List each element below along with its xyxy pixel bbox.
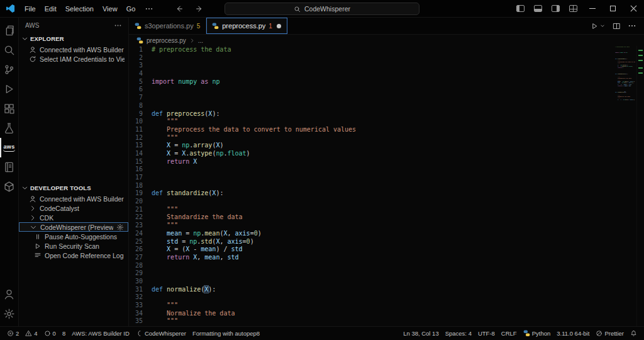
code-line[interactable]: 12 """ [129,134,606,142]
back-button[interactable] [175,4,184,13]
status-formatter[interactable]: Formatting with autopep8 [189,327,263,340]
code-line[interactable]: 34 Normalize the data [129,310,606,318]
split-editor-button[interactable] [613,22,621,30]
code-line[interactable]: 29 [129,269,606,278]
activity-aws-toolkit[interactable]: aws [0,138,18,157]
menu-go[interactable]: Go [122,5,140,13]
code-line[interactable]: 16 [129,166,606,174]
code-line[interactable]: 17 [129,174,606,182]
code-line[interactable]: 1# preprocess the data [129,46,606,54]
breadcrumb[interactable]: preprocess.py ... [129,35,644,46]
sidebar-item[interactable]: Connected with AWS Builder ID [19,194,128,203]
sidebar-item[interactable]: Open Code Reference Log [19,251,128,260]
activity-search[interactable] [0,40,18,60]
command-center-search[interactable]: CodeWhisperer [225,3,419,15]
code-line[interactable]: 2 [129,54,606,62]
code-line[interactable]: 22 Standardize the data [129,213,606,222]
code-line[interactable]: 8 [129,102,606,110]
code-line[interactable]: 35 """ [129,317,606,326]
tab-preprocess.py[interactable]: preprocess.py1 [206,18,287,34]
status-indentation[interactable]: Spaces: 4 [442,327,475,340]
status-prettier[interactable]: Prettier [592,327,627,340]
minimap[interactable]: # preprocess the dataimport numpy as npd… [615,46,635,128]
code-line[interactable]: 27 return X, mean, std [129,254,606,262]
status-counter-eight[interactable]: 8 [59,327,69,340]
code-line[interactable]: 11 Preprocess the data to convert to num… [129,126,606,134]
editor[interactable]: 1# preprocess the data2345import numpy a… [129,46,644,326]
activity-settings[interactable] [0,304,18,324]
code-line[interactable]: 33 """ [129,302,606,310]
code-line[interactable]: 19def standardize(X): [129,190,606,198]
menu-overflow-button[interactable] [140,4,158,13]
toggle-panel-button[interactable] [529,0,547,17]
status-problems-errors[interactable]: 2 [4,327,22,340]
code-line[interactable]: 4 [129,70,606,78]
section-header[interactable]: DEVELOPER TOOLS [19,182,128,194]
activity-testing[interactable] [0,118,18,138]
gear-icon[interactable] [116,224,124,231]
code-line[interactable]: 5import numpy as np [129,78,606,86]
modified-dot-icon[interactable] [277,24,281,28]
overview-ruler[interactable] [636,46,644,326]
sidebar-item[interactable]: Connected with AWS Builder ID [19,45,128,54]
code-line[interactable]: 25 std = np.std(X, axis=0) [129,238,606,246]
code-line[interactable]: 28 [129,262,606,270]
status-interpreter[interactable]: 3.11.0 64-bit [553,327,592,340]
section-header[interactable]: EXPLORER [19,33,128,45]
activity-run-debug[interactable] [0,79,18,99]
code-line[interactable]: 14 X = X.astype(np.float) [129,150,606,158]
activity-accounts[interactable] [0,285,18,304]
status-aws-connection[interactable]: AWS: AWS Builder ID [69,327,133,340]
menu-edit[interactable]: Edit [40,5,61,13]
code-line[interactable]: 26 X = (X - mean) / std [129,246,606,254]
code-line[interactable]: 10 """ [129,118,606,126]
menu-selection[interactable]: Selection [61,5,98,13]
activity-source-control[interactable] [0,60,18,79]
code-line[interactable]: 6 [129,86,606,94]
status-eol[interactable]: CRLF [498,327,520,340]
tab-s3operations.py[interactable]: s3operations.py5 [129,18,206,34]
sidebar-item[interactable]: Select IAM Credentials to View Reso... [19,54,128,64]
code-line[interactable]: 23 """ [129,222,606,230]
code-line[interactable]: 18 [129,182,606,190]
activity-extensions[interactable] [0,99,18,118]
sidebar-item[interactable]: Run Security Scan [19,241,128,251]
sidebar-item[interactable]: CDK [19,213,128,222]
maximize-button[interactable] [602,0,623,17]
sidebar-more-button[interactable] [114,21,122,30]
breadcrumb-more[interactable]: ... [198,37,203,44]
more-actions-button[interactable] [628,21,636,30]
code-line[interactable]: 31def normalize(X): [129,286,606,294]
code-line[interactable]: 24 mean = np.mean(X, axis=0) [129,230,606,238]
sidebar-item[interactable]: CodeCatalyst [19,203,128,213]
code-line[interactable]: 20 [129,198,606,206]
status-counter-zero[interactable]: 0 [41,327,59,340]
activity-notebook[interactable] [0,157,18,177]
status-problems-warnings[interactable]: 4 [22,327,40,340]
status-encoding[interactable]: UTF-8 [475,327,498,340]
code-line[interactable]: 3 [129,62,606,70]
menu-view[interactable]: View [98,5,122,13]
close-button[interactable] [623,0,644,17]
code-line[interactable]: 15 return X [129,158,606,166]
minimize-button[interactable] [582,0,602,17]
code-line[interactable]: 21 """ [129,206,606,214]
forward-button[interactable] [195,4,204,13]
sidebar-item[interactable]: Pause Auto-Suggestions [19,232,128,241]
code-line[interactable]: 30 [129,278,606,286]
toggle-secondary-sidebar-button[interactable] [547,0,564,17]
status-cursor-position[interactable]: Ln 38, Col 13 [400,327,442,340]
menu-file[interactable]: File [20,5,40,13]
status-codewhisperer[interactable]: CodeWhisperer [133,327,189,340]
activity-explorer[interactable] [0,21,18,40]
code-line[interactable]: 13 X = np.array(X) [129,142,606,150]
customize-layout-button[interactable] [564,0,582,17]
run-python-file-button[interactable] [591,22,606,30]
status-notifications[interactable] [627,327,640,340]
code-line[interactable]: 32 [129,293,606,302]
code-line[interactable]: 36 X = X - np.min(X, axis=0) [129,326,606,326]
toggle-sidebar-button[interactable] [511,0,529,17]
code-line[interactable]: 9def preprocess(X): [129,110,606,118]
activity-containers[interactable] [0,177,18,196]
code-line[interactable]: 7 [129,94,606,102]
